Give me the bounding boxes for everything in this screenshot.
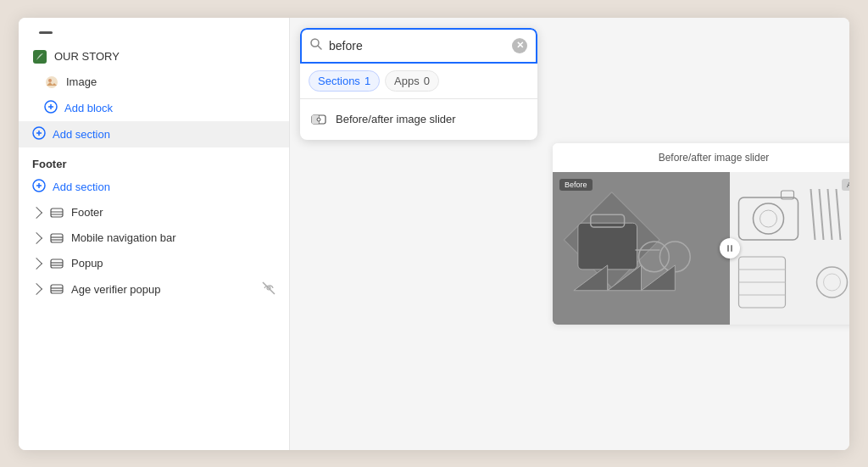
svg-rect-33 xyxy=(578,223,637,270)
content-area: ✕ Sections 1 Apps 0 xyxy=(290,18,849,450)
preview-before-panel: Before xyxy=(553,172,730,325)
sidebar: OUR STORY Image Add block xyxy=(19,18,290,450)
tab-apps-label: Apps xyxy=(394,75,420,87)
tab-apps[interactable]: Apps 0 xyxy=(385,70,439,92)
age-verifier-label: Age verifier popup xyxy=(71,283,255,296)
add-block-button[interactable]: Add block xyxy=(19,95,289,121)
svg-point-30 xyxy=(317,118,320,121)
sidebar-item-footer[interactable]: Footer xyxy=(19,200,289,225)
tab-sections[interactable]: Sections 1 xyxy=(309,70,380,92)
footer-label: Footer xyxy=(71,206,275,219)
svg-rect-21 xyxy=(51,285,63,293)
search-panel: ✕ Sections 1 Apps 0 xyxy=(300,28,537,140)
preview-card: Before/after image slider Before xyxy=(553,143,849,325)
add-section-button-1[interactable]: Add section xyxy=(19,121,289,147)
add-section-label-2: Add section xyxy=(53,181,110,193)
sidebar-top-bar xyxy=(19,31,289,44)
preview-after-panel: After xyxy=(730,172,849,325)
add-block-icon xyxy=(44,100,58,116)
after-illustration xyxy=(730,172,849,325)
search-results: Before/after image slider xyxy=(300,99,537,140)
svg-rect-12 xyxy=(51,208,63,217)
popup-label: Popup xyxy=(71,257,275,270)
layout-icon-footer xyxy=(49,205,64,220)
search-tabs: Sections 1 Apps 0 xyxy=(300,64,537,99)
layout-icon-mobile-nav xyxy=(49,231,64,246)
svg-rect-41 xyxy=(731,172,850,325)
svg-line-26 xyxy=(318,46,321,49)
chevron-icon-mobile-nav xyxy=(31,231,42,243)
add-section-button-2[interactable]: Add section xyxy=(19,174,289,200)
leaf-icon xyxy=(32,49,47,64)
tab-sections-count: 1 xyxy=(364,75,370,87)
handle-dot-2 xyxy=(731,245,732,252)
eye-slash-icon xyxy=(262,281,275,297)
search-input[interactable] xyxy=(329,39,505,53)
layout-icon-age-verifier xyxy=(49,281,64,297)
collapse-icon xyxy=(39,31,53,34)
chevron-icon-age-verifier xyxy=(31,283,42,295)
chevron-icon-footer xyxy=(31,206,42,218)
sidebar-item-mobile-nav[interactable]: Mobile navigation bar xyxy=(19,225,289,251)
before-illustration xyxy=(553,172,730,325)
chevron-icon-popup xyxy=(31,257,42,269)
add-section-icon-2 xyxy=(32,179,46,195)
our-story-label: OUR STORY xyxy=(54,50,275,63)
layout-icon-popup xyxy=(49,256,64,271)
before-label: Before xyxy=(559,179,593,191)
search-input-wrapper: ✕ xyxy=(300,28,537,64)
after-label: After xyxy=(842,179,849,191)
tab-sections-label: Sections xyxy=(318,75,360,87)
result-before-after-label: Before/after image slider xyxy=(336,113,456,125)
search-icon xyxy=(310,38,322,53)
result-before-after-slider[interactable]: Before/after image slider xyxy=(300,104,537,135)
clear-search-button[interactable]: ✕ xyxy=(512,38,527,53)
sidebar-item-popup[interactable]: Popup xyxy=(19,251,289,276)
slider-handle[interactable] xyxy=(720,238,740,259)
sidebar-item-image[interactable]: Image xyxy=(19,69,289,95)
svg-point-2 xyxy=(48,79,52,82)
svg-rect-15 xyxy=(51,234,63,242)
footer-section-header: Footer xyxy=(19,147,289,174)
before-after-icon xyxy=(310,111,327,128)
sidebar-item-our-story[interactable]: OUR STORY xyxy=(19,44,289,69)
svg-point-1 xyxy=(46,76,58,88)
tab-apps-count: 0 xyxy=(424,75,430,87)
add-block-label: Add block xyxy=(64,102,113,114)
preview-image-container: Before xyxy=(553,172,849,325)
handle-dot-1 xyxy=(727,245,729,252)
mobile-nav-label: Mobile navigation bar xyxy=(71,231,275,244)
sidebar-item-age-verifier[interactable]: Age verifier popup xyxy=(19,276,289,303)
image-label: Image xyxy=(66,75,275,88)
add-section-label-1: Add section xyxy=(53,128,110,141)
image-icon xyxy=(44,75,59,90)
main-container: OUR STORY Image Add block xyxy=(19,18,849,450)
svg-rect-18 xyxy=(51,259,63,268)
add-section-icon-1 xyxy=(32,126,46,142)
handle-inner xyxy=(727,245,732,252)
preview-title: Before/after image slider xyxy=(553,143,849,172)
